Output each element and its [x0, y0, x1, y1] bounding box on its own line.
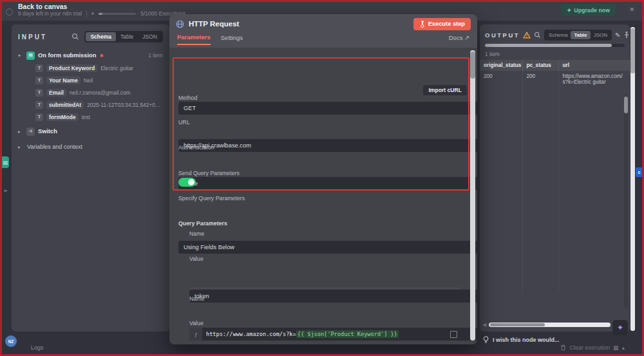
- scroll-left-arrow-icon[interactable]: ◀: [482, 322, 486, 328]
- back-to-canvas-link[interactable]: Back to canvas: [18, 3, 67, 10]
- divider: [86, 10, 87, 17]
- column-header[interactable]: url: [558, 60, 630, 71]
- input-panel-title: INPUT: [18, 33, 47, 41]
- schema-field-row[interactable]: T Product Keyword Electric guitar: [35, 62, 163, 74]
- chevron-right-icon[interactable]: ▸: [18, 144, 23, 150]
- input-tab-json[interactable]: JSON: [138, 32, 162, 41]
- globe-icon: [176, 20, 184, 28]
- authentication-label: Authentication: [178, 144, 460, 151]
- chevron-down-icon[interactable]: ▾: [18, 53, 23, 59]
- specify-query-parameters-label: Specify Query Parameters: [178, 195, 460, 201]
- output-view-tabs: Schema Table JSON: [544, 30, 612, 41]
- method-select[interactable]: GET: [178, 102, 477, 115]
- flask-icon: [419, 21, 426, 28]
- ai-assistant-button[interactable]: ✦: [612, 320, 628, 335]
- output-panel: OUTPUT Schema Table JSON ✎ 1 item origin…: [480, 24, 630, 332]
- execute-step-button[interactable]: Execute step: [413, 18, 471, 30]
- executions-dot-icon: [91, 12, 94, 15]
- output-tab-json[interactable]: JSON: [591, 31, 611, 39]
- trial-status: 9 days left in your n8n trial 5/1000 Exe…: [18, 10, 185, 17]
- output-horizontal-scrollbar-top[interactable]: [485, 44, 625, 47]
- tab-parameters[interactable]: Parameters: [177, 33, 211, 45]
- expand-expression-icon[interactable]: [450, 331, 457, 338]
- type-string-icon: T: [35, 113, 43, 121]
- extension-badge: c: [636, 167, 643, 177]
- switch-node-icon: ⇉: [26, 127, 35, 136]
- edit-output-icon[interactable]: ✎: [615, 32, 620, 39]
- item-count: 1 item: [148, 52, 163, 59]
- method-label: Method: [178, 95, 460, 101]
- send-query-parameters-label: Send Query Parameters: [178, 170, 460, 176]
- input-panel: INPUT Schema Table JSON ▾ ▤ On form subm…: [12, 24, 169, 332]
- collapse-icon[interactable]: ▴: [621, 344, 625, 351]
- upgrade-now-button[interactable]: ✦ Upgrade now: [561, 4, 616, 16]
- node-row-on-form-submission[interactable]: ▾ ▤ On form submission ✱ 1 item: [18, 49, 163, 62]
- node-title: HTTP Request: [189, 20, 239, 28]
- modal-scrollbar[interactable]: [470, 50, 475, 341]
- output-item-count: 1 item: [485, 51, 625, 57]
- grid-icon[interactable]: ▦: [613, 344, 619, 351]
- schema-field-row[interactable]: T submittedAt 2025-11-12T03:34:31.542+08…: [35, 98, 163, 111]
- column-header[interactable]: pc_status: [522, 60, 558, 71]
- schema-field-row[interactable]: T formMode test: [35, 111, 163, 123]
- divider: [189, 288, 460, 288]
- table-vertical-scrollbar[interactable]: [624, 95, 628, 308]
- user-avatar[interactable]: NZ: [5, 335, 17, 347]
- canvas-switch-node-icon[interactable]: ➢: [2, 185, 9, 196]
- chevron-right-icon[interactable]: ▸: [18, 129, 23, 135]
- output-horizontal-scrollbar-bottom[interactable]: [489, 323, 611, 327]
- close-icon[interactable]: ×: [629, 5, 634, 15]
- http-request-modal: HTTP Request Execute step Parameters Set…: [169, 14, 477, 344]
- app-window: Back to canvas 9 days left in your n8n t…: [0, 0, 644, 356]
- executions-progress-bar: [99, 13, 136, 15]
- type-string-icon: T: [35, 77, 43, 84]
- tab-settings[interactable]: Settings: [221, 33, 243, 41]
- table-row[interactable]: 200 200 https://www.amazon.com/s?k=Elect…: [480, 71, 630, 88]
- parameters-body: Import cURL Method GET URL https://api.c…: [169, 48, 477, 344]
- param-name-label: Name: [189, 295, 460, 302]
- logs-toggle[interactable]: Logs: [31, 344, 44, 351]
- input-tab-schema[interactable]: Schema: [86, 32, 116, 41]
- trial-text: 9 days left in your n8n trial: [18, 10, 82, 17]
- column-header[interactable]: original_status: [480, 60, 522, 71]
- schema-field-row[interactable]: T Your Name Neil: [35, 74, 163, 86]
- page-scrollbar[interactable]: [630, 27, 635, 331]
- type-string-icon: T: [35, 89, 43, 97]
- specify-query-parameters-select[interactable]: Using Fields Below: [178, 241, 477, 254]
- lightbulb-icon: [483, 336, 489, 344]
- import-curl-button[interactable]: Import cURL: [423, 85, 467, 95]
- query-parameters-section-label: Query Parameters: [178, 220, 460, 227]
- expression-fx-icon: ƒ: [189, 328, 202, 341]
- expression-value-input[interactable]: ƒ https://www.amazon.com/s?k={{ $json['P…: [189, 328, 460, 341]
- variables-and-context-row[interactable]: ▸ Variables and context: [18, 140, 163, 153]
- param-value-label: Value: [189, 256, 460, 262]
- sparkle-icon: ✦: [567, 7, 571, 14]
- node-row-switch[interactable]: ▸ ⇉ Switch: [18, 125, 163, 138]
- pin-data-icon[interactable]: [623, 32, 630, 39]
- param-name-label: Name: [189, 230, 460, 237]
- output-table: original_status pc_status url 200 200 ht…: [480, 60, 630, 292]
- output-tab-schema[interactable]: Schema: [545, 31, 571, 39]
- table-filler-row: [480, 88, 630, 292]
- wish-node-prompt[interactable]: I wish this node would...: [483, 336, 560, 344]
- output-tab-table[interactable]: Table: [571, 31, 590, 39]
- docs-link[interactable]: Docs ↗: [449, 33, 469, 41]
- output-panel-title: OUTPUT: [485, 32, 520, 39]
- clear-execution-button[interactable]: Clear execution ▦ ▴: [560, 344, 625, 351]
- type-string-icon: T: [35, 101, 43, 109]
- trash-icon: [560, 344, 566, 351]
- output-search-icon[interactable]: [534, 32, 541, 39]
- param-value-label: Value: [189, 320, 460, 326]
- input-tab-table[interactable]: Table: [116, 32, 138, 41]
- input-search-icon[interactable]: [71, 33, 79, 41]
- type-string-icon: T: [35, 64, 43, 72]
- table-header-row: original_status pc_status url: [480, 60, 630, 71]
- canvas-form-node-icon[interactable]: ▤: [2, 156, 9, 168]
- warning-triangle-icon: [523, 32, 531, 39]
- pinned-data-icon: ✱: [99, 53, 103, 59]
- send-query-parameters-toggle[interactable]: [178, 178, 460, 189]
- status-ring-icon: [6, 8, 13, 15]
- input-view-tabs: Schema Table JSON: [84, 31, 163, 42]
- expression-token: {{ $json['Product Keyword'] }}: [296, 330, 399, 338]
- schema-field-row[interactable]: T Email neil.r.zamora@gmail.com: [35, 86, 163, 98]
